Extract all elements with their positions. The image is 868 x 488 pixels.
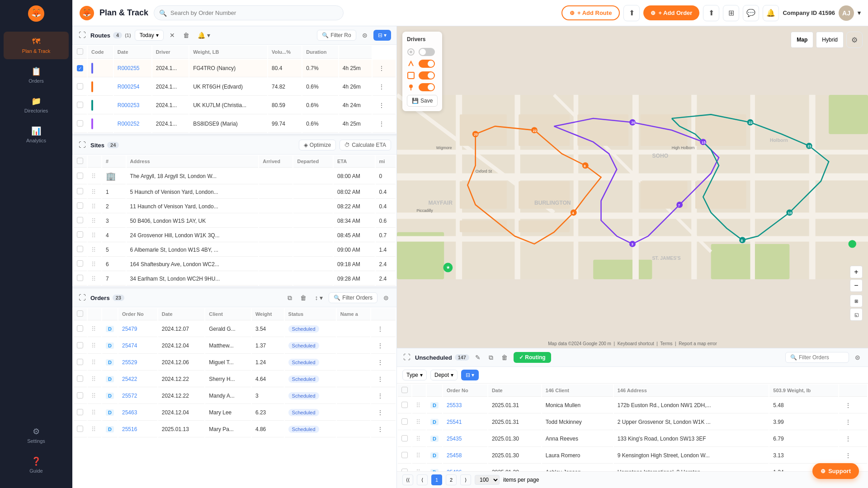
toggle-3[interactable] <box>419 71 435 80</box>
unsched-menu-3[interactable]: ⋮ <box>843 450 854 460</box>
route-checkbox-2[interactable] <box>77 102 83 108</box>
items-per-page-select[interactable]: 100 50 25 <box>475 475 500 485</box>
site-checkbox-5[interactable] <box>77 246 83 252</box>
site-drag-6[interactable]: ⠿ <box>91 261 96 268</box>
table-row[interactable]: ⠿ D 25463 2024.12.04 Mary Lee 6.23 Sched… <box>73 405 396 421</box>
sidebar-item-directories[interactable]: 📁 Directories <box>4 91 69 119</box>
unsched-checkbox-1[interactable] <box>401 418 408 425</box>
table-row[interactable]: ⠿ D 25541 2025.01.31 Todd Mckinney 2 Upp… <box>398 414 867 430</box>
table-row[interactable]: ⠿ D 25516 2025.01.13 Mary Pa... 4.86 Sch… <box>73 422 396 437</box>
sidebar-item-plan-track[interactable]: 🗺 Plan & Track <box>4 32 69 59</box>
order-menu-1[interactable]: ⋮ <box>375 341 386 351</box>
toggle-1[interactable] <box>419 48 435 56</box>
route-code-1[interactable]: R000254 <box>118 84 140 90</box>
orders-move-button[interactable]: ↕ ▾ <box>312 293 325 303</box>
order-checkbox-3[interactable] <box>77 375 83 382</box>
table-row[interactable]: ⠿ 🏢 The Argyll, 18 Argyll St, London W..… <box>73 169 396 184</box>
upload-button[interactable]: ⬆ <box>623 5 640 21</box>
unscheduled-copy-btn[interactable]: ⧉ <box>486 352 495 363</box>
prev-page-button[interactable]: ⟨ <box>417 474 428 485</box>
route-menu-3[interactable]: ⋮ <box>376 119 387 129</box>
unscheduled-delete-btn[interactable]: 🗑 <box>499 352 510 362</box>
order-menu-4[interactable]: ⋮ <box>375 391 386 401</box>
table-row[interactable]: ⠿ D 25533 2025.01.31 Monica Mullen 172b … <box>398 398 867 413</box>
select-all-sites-checkbox[interactable] <box>77 158 83 164</box>
sidebar-item-orders[interactable]: 📋 Orders <box>4 61 69 89</box>
order-checkbox-1[interactable] <box>77 342 83 348</box>
routing-button[interactable]: ✓ Routing <box>514 352 551 363</box>
calculate-eta-button[interactable]: ⏱ Calculate ETA <box>340 140 391 150</box>
bell-route-button[interactable]: 🔔 ▾ <box>195 30 212 40</box>
notifications-button[interactable]: 🔔 <box>763 5 779 21</box>
site-drag-3[interactable]: ⠿ <box>91 217 96 225</box>
site-checkbox-7[interactable] <box>77 275 83 281</box>
zoom-out-button[interactable]: − <box>850 279 863 292</box>
order-checkbox-6[interactable] <box>77 426 83 432</box>
order-drag-4[interactable]: ⠿ <box>91 392 96 399</box>
table-row[interactable]: ⠿ D 25496 2025.01.30 Ashley Jensen Hampt… <box>398 465 867 471</box>
site-drag-1[interactable]: ⠿ <box>91 188 96 196</box>
map-layer-button-1[interactable]: ⊞ <box>850 295 863 307</box>
order-menu-0[interactable]: ⋮ <box>375 324 386 334</box>
table-row[interactable]: ⠿ 6 164 Shaftesbury Ave, London WC2... 0… <box>73 258 396 271</box>
optimize-button[interactable]: ◈ Optimize <box>299 140 336 150</box>
table-row[interactable]: ⠿ 3 50 B406, London W1S 1AY, UK 08:34 AM… <box>73 214 396 228</box>
order-no-6[interactable]: 25516 <box>122 426 137 432</box>
table-row[interactable]: R000252 2024.1... BS8IDSE9 (Maria) 99.74… <box>73 115 396 133</box>
site-drag-5[interactable]: ⠿ <box>91 246 96 253</box>
route-checkbox-3[interactable] <box>77 120 83 127</box>
map-settings-button[interactable]: ⚙ <box>846 32 863 48</box>
unsched-orderno-1[interactable]: 25541 <box>447 419 462 425</box>
order-checkbox-2[interactable] <box>77 359 83 365</box>
orders-copy-button[interactable]: ⧉ <box>285 293 294 303</box>
select-all-unscheduled-checkbox[interactable] <box>401 387 408 393</box>
unsched-orderno-0[interactable]: 25533 <box>447 402 462 408</box>
filter-unscheduled-field[interactable] <box>799 354 844 361</box>
table-row[interactable]: ⠿ D 25435 2025.01.30 Anna Reeves 133 Kin… <box>398 431 867 447</box>
filter-orders-button[interactable]: 🔍 Filter Orders <box>329 292 377 303</box>
table-row[interactable]: ⠿ 2 11 Haunch of Venison Yard, Londo... … <box>73 200 396 213</box>
select-all-routes-checkbox[interactable] <box>77 48 83 55</box>
chevron-icon[interactable]: ▾ <box>858 9 861 16</box>
order-no-5[interactable]: 25463 <box>122 409 137 416</box>
select-all-orders-checkbox[interactable] <box>77 310 83 317</box>
unsched-checkbox-2[interactable] <box>401 435 408 441</box>
routes-expand-btn[interactable]: ⛶ <box>78 30 87 40</box>
route-code-2[interactable]: R000253 <box>118 102 140 108</box>
unsched-menu-1[interactable]: ⋮ <box>843 417 854 427</box>
table-row[interactable]: ⠿ D 25422 2024.12.22 Sherry H... 4.64 Sc… <box>73 371 396 387</box>
site-drag-0[interactable]: ⠿ <box>91 173 96 180</box>
depot-filter[interactable]: Depot ▾ <box>430 370 458 380</box>
route-menu-0[interactable]: ⋮ <box>376 63 387 73</box>
filter-unscheduled-funnel[interactable]: ⊜ <box>853 352 863 362</box>
unsched-menu-0[interactable]: ⋮ <box>843 400 854 410</box>
site-drag-2[interactable]: ⠿ <box>91 203 96 210</box>
site-checkbox-2[interactable] <box>77 202 83 209</box>
order-no-0[interactable]: 25479 <box>122 326 137 332</box>
unscheduled-expand-btn[interactable]: ⛶ <box>402 352 411 362</box>
table-row[interactable]: ⠿ 4 24 Grosvenor Hill, London W1K 3Q... … <box>73 229 396 242</box>
map-tab-button[interactable]: Map <box>791 32 813 48</box>
table-row[interactable]: ⠿ D 25529 2024.12.06 Miguel T... 1.24 Sc… <box>73 355 396 371</box>
orders-expand-btn[interactable]: ⛶ <box>78 293 87 303</box>
clear-button[interactable]: ✕ <box>167 30 177 40</box>
toggle-2[interactable] <box>419 60 435 68</box>
table-row[interactable]: R000253 2024.1... UK KU7LM (Christia... … <box>73 97 396 114</box>
route-checkbox-0[interactable]: ✓ <box>77 65 83 71</box>
hybrid-tab-button[interactable]: Hybrid <box>816 32 844 48</box>
order-no-1[interactable]: 25474 <box>122 343 137 349</box>
order-no-3[interactable]: 25422 <box>122 376 137 382</box>
site-checkbox-0[interactable] <box>77 173 83 179</box>
filter-routes-button[interactable]: 🔍 Filter Ro <box>317 30 356 41</box>
route-menu-1[interactable]: ⋮ <box>376 82 387 92</box>
save-map-button[interactable]: 💾 Save <box>407 95 438 107</box>
zoom-in-button[interactable]: + <box>850 266 863 278</box>
order-menu-3[interactable]: ⋮ <box>375 374 386 384</box>
site-drag-7[interactable]: ⠿ <box>91 275 96 282</box>
filter-unscheduled-input[interactable]: 🔍 <box>785 352 849 363</box>
search-input[interactable] <box>154 5 344 20</box>
order-checkbox-5[interactable] <box>77 409 83 415</box>
sidebar-item-settings[interactable]: ⚙ Settings <box>4 421 69 449</box>
order-drag-6[interactable]: ⠿ <box>91 426 96 433</box>
order-drag-2[interactable]: ⠿ <box>91 359 96 366</box>
